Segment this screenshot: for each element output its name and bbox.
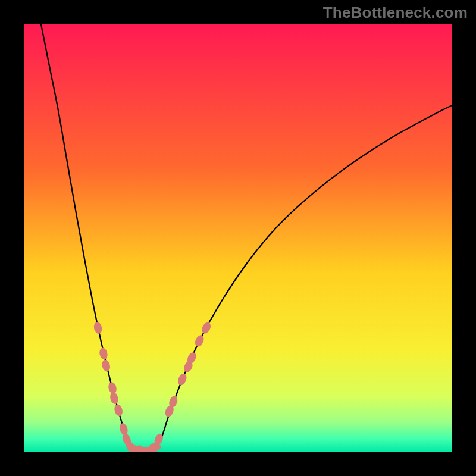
site-watermark: TheBottleneck.com — [323, 4, 468, 22]
bottleneck-chart — [0, 0, 476, 476]
gradient-background — [24, 24, 452, 452]
chart-frame: TheBottleneck.com — [0, 0, 476, 476]
